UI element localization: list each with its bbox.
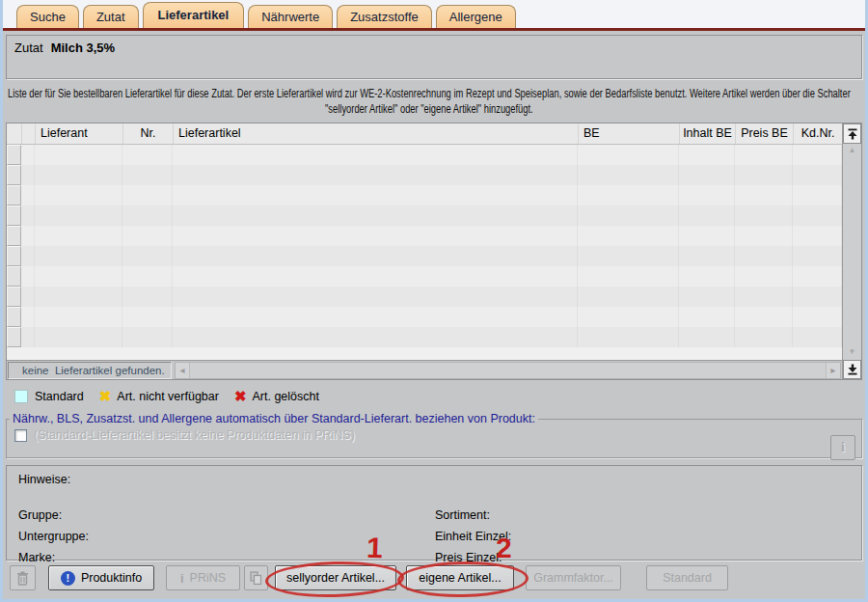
table-cell bbox=[122, 307, 173, 327]
column-header-inhalt-be[interactable]: Inhalt BE bbox=[679, 123, 735, 144]
table-cell bbox=[35, 185, 122, 205]
table-cell bbox=[735, 266, 793, 287]
row-selector-cell[interactable] bbox=[7, 287, 21, 307]
scroll-up-icon[interactable]: ▲ bbox=[843, 144, 861, 158]
vertical-scroll-track[interactable] bbox=[843, 158, 861, 345]
row-selector-cell[interactable] bbox=[7, 185, 21, 205]
table-row[interactable] bbox=[7, 246, 842, 266]
tab-allergene[interactable]: Allergene bbox=[436, 5, 516, 28]
horizontal-scroll-track[interactable] bbox=[190, 363, 826, 378]
table-row[interactable] bbox=[7, 165, 842, 185]
standard-button[interactable]: Standard bbox=[646, 565, 728, 590]
row-selector-cell[interactable] bbox=[7, 307, 21, 327]
produktinfo-button[interactable]: ! Produktinfo bbox=[48, 565, 154, 590]
table-row[interactable] bbox=[7, 327, 842, 347]
table-cell bbox=[173, 287, 578, 307]
table-cell bbox=[793, 185, 842, 205]
column-header-selector[interactable] bbox=[7, 123, 21, 144]
not-available-x-icon: ✖ bbox=[99, 390, 112, 403]
scroll-left-icon[interactable]: ◄ bbox=[176, 363, 190, 378]
legend-row: Standard ✖ Art. nicht verfügbar ✖ Art. g… bbox=[6, 387, 862, 406]
column-header-preis-be[interactable]: Preis BE bbox=[735, 123, 793, 144]
tab-zutat[interactable]: Zutat bbox=[83, 5, 139, 28]
table-cell bbox=[578, 145, 679, 165]
row-selector-cell[interactable] bbox=[7, 165, 21, 185]
sellyorder-artikel-button[interactable]: sellyorder Artikel... bbox=[275, 565, 396, 590]
product-link-checkbox[interactable] bbox=[14, 429, 27, 442]
copy-button[interactable] bbox=[244, 565, 268, 590]
info-i-button[interactable]: i bbox=[830, 435, 855, 460]
table-cell bbox=[21, 327, 35, 347]
eigene-artikel-button[interactable]: eigene Artikel... bbox=[406, 565, 514, 590]
table-cell bbox=[35, 327, 122, 347]
table-cell bbox=[35, 226, 122, 246]
row-selector-cell[interactable] bbox=[7, 205, 21, 226]
legend-deleted-label: Art. gelöscht bbox=[253, 390, 319, 403]
gruppe-label: Gruppe: bbox=[18, 505, 89, 526]
row-selector-cell[interactable] bbox=[7, 226, 21, 246]
table-status-row: keine Lieferartikel gefunden. ◄ ► bbox=[7, 360, 842, 379]
table-row[interactable] bbox=[7, 287, 842, 307]
scroll-to-bottom-button[interactable] bbox=[843, 360, 861, 379]
produktinfo-label: Produktinfo bbox=[81, 571, 142, 585]
table-body bbox=[7, 145, 842, 360]
table-row[interactable] bbox=[7, 226, 842, 246]
table-cell bbox=[122, 266, 173, 287]
table-cell bbox=[122, 205, 173, 226]
table-row[interactable] bbox=[7, 145, 842, 165]
row-selector-cell[interactable] bbox=[7, 145, 21, 165]
grammfaktor-label: Grammfaktor... bbox=[533, 571, 613, 585]
table-cell bbox=[793, 145, 842, 165]
table-cell bbox=[173, 307, 578, 327]
table-cell bbox=[122, 185, 173, 205]
grammfaktor-button[interactable]: Grammfaktor... bbox=[526, 565, 621, 590]
row-selector-cell[interactable] bbox=[7, 327, 21, 347]
table-cell bbox=[793, 327, 842, 347]
table-cell bbox=[35, 287, 122, 307]
table-cell bbox=[679, 287, 735, 307]
tab-zusatzstoffe[interactable]: Zusatzstoffe bbox=[337, 5, 432, 28]
table-row[interactable] bbox=[7, 205, 842, 226]
table-cell bbox=[35, 145, 122, 165]
scroll-down-icon[interactable]: ▼ bbox=[843, 345, 861, 360]
column-header-status[interactable] bbox=[21, 123, 35, 144]
sortiment-label: Sortiment: bbox=[435, 505, 511, 526]
delete-button[interactable] bbox=[10, 565, 36, 590]
tab-lieferartikel[interactable]: Lieferartikel bbox=[143, 2, 245, 28]
vertical-scrollbar[interactable]: ▲ ▼ bbox=[842, 123, 861, 379]
scroll-right-icon[interactable]: ► bbox=[826, 363, 840, 378]
row-selector-cell[interactable] bbox=[7, 266, 21, 287]
tab-bar: Suche Zutat Lieferartikel Nährwerte Zusa… bbox=[3, 0, 865, 28]
zutat-value: Milch 3,5% bbox=[51, 41, 115, 55]
table-row[interactable] bbox=[7, 307, 842, 327]
column-header-be[interactable]: BE bbox=[578, 123, 679, 144]
table-cell bbox=[679, 307, 735, 327]
column-header-lieferant[interactable]: Lieferant bbox=[35, 123, 122, 144]
column-header-lieferartikel[interactable]: Lieferartikel bbox=[173, 123, 578, 144]
table-row[interactable] bbox=[7, 185, 842, 205]
hinweise-label: Hinweise: bbox=[18, 473, 70, 486]
scroll-top-icon bbox=[848, 128, 857, 140]
table-cell bbox=[21, 165, 35, 185]
tab-suche[interactable]: Suche bbox=[16, 5, 79, 28]
column-header-kdnr[interactable]: Kd.Nr. bbox=[793, 123, 842, 144]
table-status-text: keine Lieferartikel gefunden. bbox=[8, 362, 172, 379]
untergruppe-label: Untergruppe: bbox=[18, 526, 89, 547]
table-row[interactable] bbox=[7, 266, 842, 287]
table-cell bbox=[578, 327, 679, 347]
table-cell bbox=[21, 287, 35, 307]
column-header-nr[interactable]: Nr. bbox=[122, 123, 173, 144]
horizontal-scrollbar[interactable]: ◄ ► bbox=[175, 362, 841, 379]
eigene-artikel-label: eigene Artikel... bbox=[419, 571, 501, 585]
row-selector-cell[interactable] bbox=[7, 246, 21, 266]
tab-naehrwerte[interactable]: Nährwerte bbox=[248, 5, 333, 28]
table-cell bbox=[21, 307, 35, 327]
table-cell bbox=[35, 307, 122, 327]
standard-swatch-icon bbox=[14, 390, 28, 403]
table-cell bbox=[793, 226, 842, 246]
scroll-to-top-button[interactable] bbox=[843, 123, 861, 144]
lieferartikel-window: Suche Zutat Lieferartikel Nährwerte Zusa… bbox=[0, 0, 868, 602]
prins-button[interactable]: i PRiNS bbox=[166, 565, 240, 590]
table-cell bbox=[122, 165, 173, 185]
table-cell bbox=[578, 307, 679, 327]
